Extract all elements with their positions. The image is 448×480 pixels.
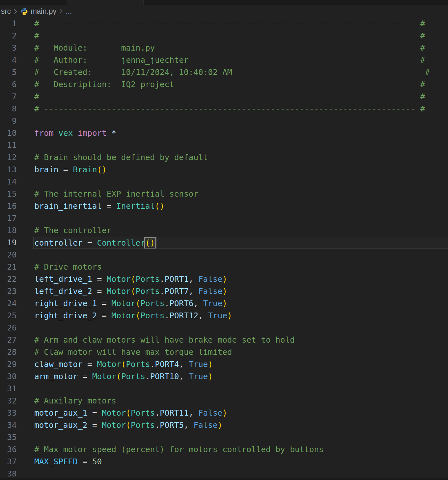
code-line[interactable]: 3# Module: main.py # xyxy=(0,42,448,54)
code-line[interactable]: 19controller = Controller() xyxy=(0,237,448,249)
code-token: , xyxy=(189,274,198,284)
code-token: # Auxilary motors xyxy=(34,396,116,405)
line-number[interactable]: 28 xyxy=(0,346,17,358)
code-line[interactable]: 20 xyxy=(0,249,448,261)
code-line[interactable]: 8# -------------------------------------… xyxy=(0,103,448,115)
code-line[interactable]: 24right_drive_1 = Motor(Ports.PORT6, Tru… xyxy=(0,297,448,310)
code-line[interactable]: 23left_drive_2 = Motor(Ports.PORT7, Fals… xyxy=(0,285,448,297)
code-token: # Claw motor will have max torque limite… xyxy=(34,347,232,357)
line-number[interactable]: 19 xyxy=(0,237,17,249)
code-line[interactable]: 27# Arm and claw motors will have brake … xyxy=(0,334,448,346)
code-token: brain xyxy=(34,165,58,174)
line-number[interactable]: 34 xyxy=(0,419,17,431)
line-number[interactable]: 24 xyxy=(0,297,17,310)
line-number[interactable]: 11 xyxy=(0,139,17,151)
code-line[interactable]: 29claw_motor = Motor(Ports.PORT4, True) xyxy=(0,358,448,370)
line-number[interactable]: 10 xyxy=(0,127,17,139)
code-line[interactable]: 1# -------------------------------------… xyxy=(0,18,448,30)
code-line[interactable]: 7# # xyxy=(0,91,448,103)
code-line[interactable]: 34motor_aux_2 = Motor(Ports.PORT5, False… xyxy=(0,419,448,431)
line-number[interactable]: 9 xyxy=(0,115,17,127)
code-token: # xyxy=(34,68,39,77)
code-line[interactable]: 10from vex import * xyxy=(0,127,448,139)
line-number[interactable]: 18 xyxy=(0,224,17,237)
line-number[interactable]: 29 xyxy=(0,358,17,370)
code-line[interactable]: 5# Created: 10/11/2024, 10:40:02 AM # xyxy=(0,66,448,78)
code-token: Motor xyxy=(107,274,131,284)
line-number[interactable]: 3 xyxy=(0,42,17,54)
code-line[interactable]: 37MAX_SPEED = 50 xyxy=(0,456,448,468)
line-number[interactable]: 36 xyxy=(0,443,17,456)
code-line[interactable]: 18# The controller xyxy=(0,224,448,237)
code-line[interactable]: 13brain = Brain() xyxy=(0,164,448,176)
code-line[interactable]: 22left_drive_1 = Motor(Ports.PORT1, Fals… xyxy=(0,273,448,285)
code-line[interactable]: 9 xyxy=(0,115,448,127)
line-number[interactable]: 16 xyxy=(0,200,17,212)
code-line[interactable]: 30arm_motor = Motor(Ports.PORT10, True) xyxy=(0,370,448,383)
code-spacer xyxy=(415,19,420,28)
code-text: # Drive motors xyxy=(34,261,102,273)
line-number[interactable]: 35 xyxy=(0,431,17,443)
line-number[interactable]: 32 xyxy=(0,395,17,407)
line-number[interactable]: 1 xyxy=(0,18,17,30)
line-number[interactable]: 5 xyxy=(0,66,17,78)
code-token: . xyxy=(150,360,155,369)
code-line[interactable]: 12# Brain should be defined by default xyxy=(0,151,448,164)
code-line[interactable]: 14 xyxy=(0,176,448,188)
line-number[interactable]: 37 xyxy=(0,456,17,468)
code-line[interactable]: 26 xyxy=(0,322,448,334)
code-token: # xyxy=(420,19,425,28)
line-number[interactable]: 27 xyxy=(0,334,17,346)
breadcrumb-item-symbol[interactable]: ... xyxy=(66,7,72,16)
code-line[interactable]: 33motor_aux_1 = Motor(Ports.PORT11, Fals… xyxy=(0,407,448,419)
code-line[interactable]: 11 xyxy=(0,139,448,151)
line-number[interactable]: 6 xyxy=(0,78,17,91)
line-number[interactable]: 22 xyxy=(0,273,17,285)
code-spacer xyxy=(87,55,121,65)
line-number[interactable]: 13 xyxy=(0,164,17,176)
code-text: # # xyxy=(34,30,425,42)
code-line[interactable]: 2# # xyxy=(0,30,448,42)
code-line[interactable]: 21# Drive motors xyxy=(0,261,448,273)
code-line[interactable]: 25right_drive_2 = Motor(Ports.PORT12, Tr… xyxy=(0,310,448,322)
code-token: right_drive_1 xyxy=(34,299,97,308)
code-line[interactable]: 6# Description: IQ2 project # xyxy=(0,78,448,91)
line-number[interactable]: 31 xyxy=(0,383,17,395)
line-number[interactable]: 30 xyxy=(0,370,17,383)
code-line[interactable]: 4# Author: jenna_juechter # xyxy=(0,54,448,66)
code-token: () xyxy=(97,165,107,174)
breadcrumb-item-file[interactable]: main.py xyxy=(20,7,57,16)
line-number[interactable]: 20 xyxy=(0,249,17,261)
code-token: = xyxy=(87,408,102,418)
code-token: # xyxy=(425,68,430,77)
tab-active[interactable] xyxy=(67,0,144,5)
code-line[interactable]: 17 xyxy=(0,212,448,224)
breadcrumb-item-src[interactable]: src xyxy=(1,7,11,16)
code-spacer xyxy=(39,43,54,53)
code-line[interactable]: 28# Claw motor will have max torque limi… xyxy=(0,346,448,358)
code-token: = xyxy=(87,420,102,430)
code-line[interactable]: 16brain_inertial = Inertial() xyxy=(0,200,448,212)
line-number[interactable]: 7 xyxy=(0,91,17,103)
line-number[interactable]: 25 xyxy=(0,310,17,322)
line-number[interactable]: 8 xyxy=(0,103,17,115)
line-number[interactable]: 2 xyxy=(0,30,17,42)
code-line[interactable]: 35 xyxy=(0,431,448,443)
code-token: right_drive_2 xyxy=(34,311,97,320)
line-number[interactable]: 26 xyxy=(0,322,17,334)
line-number[interactable]: 4 xyxy=(0,54,17,66)
code-line[interactable]: 32# Auxilary motors xyxy=(0,395,448,407)
code-line[interactable]: 31 xyxy=(0,383,448,395)
line-number[interactable]: 17 xyxy=(0,212,17,224)
code-token: # The internal EXP inertial sensor xyxy=(34,189,198,199)
line-number[interactable]: 15 xyxy=(0,188,17,200)
line-number[interactable]: 12 xyxy=(0,151,17,164)
line-number[interactable]: 23 xyxy=(0,285,17,297)
line-number[interactable]: 33 xyxy=(0,407,17,419)
line-number[interactable]: 14 xyxy=(0,176,17,188)
code-token: ----------------------------------------… xyxy=(44,104,415,113)
code-line[interactable]: 36# Max motor speed (percent) for motors… xyxy=(0,443,448,456)
code-token: . xyxy=(145,372,150,381)
code-line[interactable]: 15# The internal EXP inertial sensor xyxy=(0,188,448,200)
line-number[interactable]: 21 xyxy=(0,261,17,273)
